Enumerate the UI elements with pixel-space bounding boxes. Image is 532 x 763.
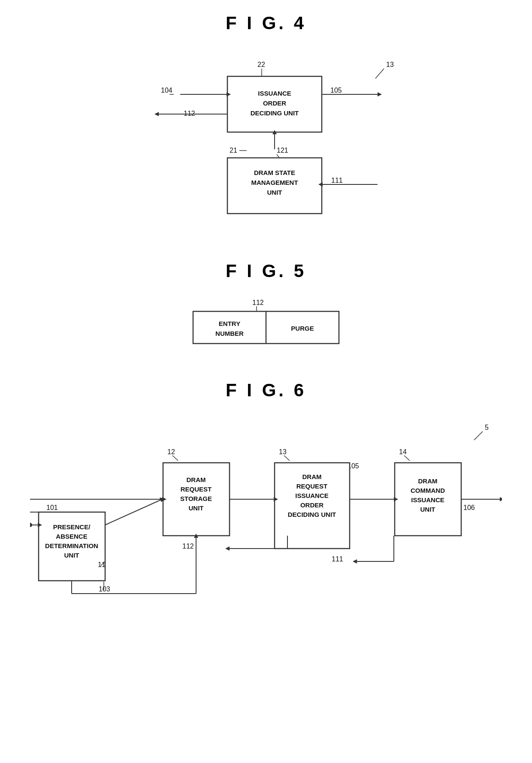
- fig6-section: F I G. 6 5 12 104 13 105 14 106 PRESENCE…: [26, 380, 506, 611]
- ref-103-label: 103: [99, 585, 110, 593]
- ref-121-label: 121: [277, 147, 288, 154]
- svg-line-14: [474, 431, 483, 440]
- command-text-4: UNIT: [420, 506, 435, 513]
- arrow-head-3: [154, 112, 159, 116]
- ref-112-label-fig4: 112: [184, 110, 195, 117]
- issuance2-text-2: REQUEST: [296, 483, 328, 490]
- ref-104-label: 104: [161, 87, 172, 94]
- arrow-head-2: [378, 92, 382, 97]
- svg-line-17: [404, 455, 410, 461]
- dram-state-text-2: MANAGEMENT: [251, 179, 298, 186]
- presence-text-4: UNIT: [64, 552, 79, 559]
- purge-text: PURGE: [291, 325, 314, 332]
- arrow-feedback-112: [225, 546, 230, 551]
- ref-13-label: 13: [386, 61, 394, 68]
- presence-text-2: ABSENCE: [56, 533, 87, 540]
- ref-21-label: 21: [230, 147, 237, 154]
- dram-state-text-3: UNIT: [267, 189, 282, 196]
- ref-112-fig5-label: 112: [252, 299, 264, 306]
- issuance2-text-5: DECIDING UNIT: [288, 511, 336, 518]
- issuance2-text-4: ORDER: [300, 501, 323, 509]
- presence-text-3: DETERMINATION: [45, 542, 98, 549]
- storage-text-3: STORAGE: [180, 495, 212, 502]
- arrow-feedback-111: [353, 559, 357, 564]
- entry-text-1: ENTRY: [219, 320, 240, 327]
- ref-22-label: 22: [257, 61, 265, 68]
- fig5-title: F I G. 5: [26, 261, 506, 281]
- fig4-diagram: 13 22 ISSUANCE ORDER DECIDING UNIT 104 1…: [120, 46, 412, 231]
- issuance-text-1: ISSUANCE: [258, 90, 291, 97]
- fig5-section: F I G. 5 112 ENTRY NUMBER PURGE: [26, 261, 506, 350]
- entry-text-2: NUMBER: [215, 330, 244, 337]
- issuance2-text-3: ISSUANCE: [295, 492, 329, 499]
- storage-text-4: UNIT: [189, 504, 204, 512]
- ref-5-label: 5: [485, 424, 489, 431]
- storage-text-2: REQUEST: [181, 486, 212, 493]
- ref-13-fig6-label: 13: [279, 448, 287, 455]
- command-text-1: DRAM: [418, 477, 438, 485]
- fig6-title: F I G. 6: [26, 380, 506, 401]
- page: F I G. 4 13 22 ISSUANCE ORDER DECIDING U…: [0, 0, 532, 763]
- dot-left-input: [30, 523, 32, 527]
- command-text-3: ISSUANCE: [411, 496, 444, 504]
- fig6-diagram: 5 12 104 13 105 14 106 PRESENCE/ ABSENCE…: [30, 413, 502, 611]
- ref-105-label: 105: [330, 87, 342, 94]
- issuance2-text-1: DRAM: [302, 473, 322, 480]
- presence-text-1: PRESENCE/: [53, 523, 91, 531]
- svg-line-15: [172, 455, 178, 461]
- issuance-text-2: ORDER: [263, 100, 286, 107]
- arrow-out-command: [500, 497, 502, 501]
- svg-line-20: [105, 499, 162, 525]
- ref-106-label: 106: [463, 504, 475, 511]
- storage-text-1: DRAM: [187, 476, 206, 483]
- ref-112-fig6-label: 112: [182, 543, 194, 550]
- ref-101-label: 101: [46, 504, 58, 511]
- dram-state-text-1: DRAM STATE: [254, 169, 295, 176]
- ref-111-fig6-label: 111: [332, 555, 343, 563]
- ref-14-label: 14: [399, 448, 407, 455]
- svg-line-0: [375, 69, 384, 78]
- ref-12-label: 12: [167, 448, 175, 455]
- fig4-title: F I G. 4: [26, 13, 506, 33]
- fig5-diagram: 112 ENTRY NUMBER PURGE: [159, 294, 373, 350]
- ref-111-label: 111: [331, 177, 343, 184]
- command-text-2: COMMAND: [411, 487, 445, 494]
- fig4-section: F I G. 4 13 22 ISSUANCE ORDER DECIDING U…: [26, 13, 506, 231]
- svg-line-16: [284, 455, 290, 461]
- issuance-text-3: DECIDING UNIT: [251, 109, 299, 117]
